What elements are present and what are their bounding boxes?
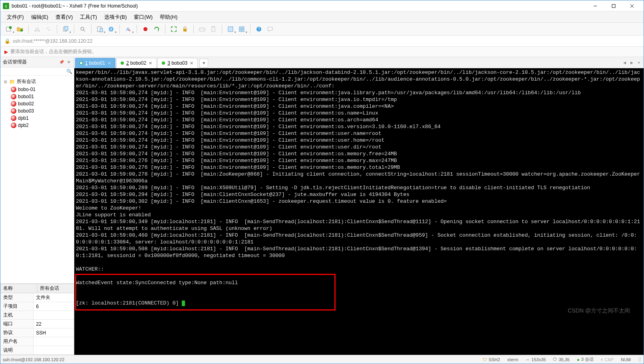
tile-button[interactable] (237, 25, 246, 34)
menu-帮助(H)[interactable]: 帮助(H) (157, 12, 181, 22)
cut-button[interactable] (33, 25, 42, 34)
hint-text: 要添加当前会话，点击左侧的箭头按钮。 (10, 48, 97, 55)
fullscreen-button[interactable] (169, 25, 178, 34)
maximize-button[interactable] (604, 0, 623, 12)
menu-窗口(W)[interactable]: 窗口(W) (131, 12, 156, 22)
tab-menu-button[interactable]: ▾ (636, 59, 642, 66)
prop-key: 子项目 (1, 302, 34, 311)
menu-编辑(E)[interactable]: 编辑(E) (28, 12, 52, 22)
keyboard-button[interactable] (198, 25, 207, 34)
status-sessions: ●3 会话 (577, 356, 594, 362)
svg-rect-3 (612, 4, 615, 8)
refresh-button[interactable] (152, 25, 161, 34)
clipboard-button[interactable] (209, 25, 218, 34)
menu-工具(T)[interactable]: 工具(T) (77, 12, 100, 22)
toolbar-separator (91, 25, 91, 34)
svg-rect-14 (65, 26, 68, 30)
titlebar: x bobo01 - root@bobo01:~ - Xshell 7 (Fre… (0, 0, 644, 12)
panel-title: 会话管理器 (3, 59, 27, 65)
window-layout-button[interactable] (226, 25, 235, 34)
tab-close-icon[interactable]: ✕ (149, 61, 152, 66)
resize-grip[interactable]: ⣿ (638, 357, 641, 362)
link-button[interactable] (44, 25, 53, 34)
status-ssh: 🛡SSH2 (483, 357, 500, 362)
menu-选项卡(B)[interactable]: 选项卡(B) (101, 12, 130, 22)
panel-close-button[interactable]: ✕ (66, 59, 72, 65)
toolbar-separator (165, 25, 165, 34)
svg-rect-7 (9, 26, 12, 29)
status-cursor: ⎔35,35 (553, 357, 570, 362)
tab-bobo03[interactable]: 3 bobo03✕ (157, 58, 198, 68)
app-icon: x (3, 3, 9, 9)
chat-button[interactable] (266, 25, 274, 34)
menu-查看(V)[interactable]: 查看(V) (52, 12, 76, 22)
svg-text:?: ? (258, 27, 260, 32)
tab-bobo02[interactable]: 2 bobo02✕ (116, 58, 157, 68)
globe-button[interactable] (107, 25, 115, 34)
pin-button[interactable]: 📌 (59, 59, 64, 65)
svg-rect-34 (242, 30, 244, 32)
menu-文件(F)[interactable]: 文件(F) (4, 12, 27, 22)
minimize-button[interactable] (586, 0, 604, 12)
session-icon (11, 108, 16, 114)
status-num: NUM (621, 357, 631, 362)
lock-button[interactable] (181, 25, 189, 34)
session-search-input[interactable] (2, 69, 66, 74)
tab-close-icon[interactable]: ✕ (190, 61, 193, 66)
tab-add-button[interactable]: + (199, 59, 208, 67)
props-header-value[interactable]: 所有会话 (37, 284, 74, 293)
svg-rect-31 (239, 27, 241, 29)
caps-icon: ↑ (601, 357, 603, 362)
session-icon (11, 123, 16, 128)
toolbar-separator (57, 25, 57, 34)
new-session-button[interactable] (4, 25, 13, 34)
statusbar: ssh://root@192.168.100.120:22 🛡SSH2 xter… (0, 355, 644, 364)
toolbar-separator (74, 25, 74, 34)
search-button[interactable] (78, 25, 87, 34)
tab-next-button[interactable]: ▶ (628, 59, 635, 66)
prop-key: 协议 (1, 328, 34, 337)
address-input[interactable] (13, 38, 640, 44)
position-icon: ⎔ (553, 357, 557, 362)
tree-root[interactable]: ⊟📁所有会话 (0, 77, 74, 86)
tree-session-bobo-01[interactable]: bobo-01 (0, 86, 74, 93)
session-tree[interactable]: ⊟📁所有会话bobo-01bobo01bobo02bobo03dpb1dpb2 (0, 76, 74, 283)
session-icon (11, 101, 16, 107)
session-manager-panel: 会话管理器 📌 ✕ 🔍 ⊟📁所有会话bobo-01bobo01bobo02bob… (0, 57, 74, 355)
record-button[interactable] (141, 25, 150, 34)
search-icon: 🔍 (66, 69, 72, 74)
session-icon (11, 87, 16, 92)
help-button[interactable]: ? (254, 25, 263, 34)
props-header-name[interactable]: 名称 (0, 284, 37, 293)
paste-button[interactable] (95, 25, 104, 34)
terminal[interactable]: keeper/bin/../lib/javax.servlet-api-3.1.… (74, 68, 644, 355)
svg-rect-23 (183, 29, 187, 32)
tree-session-bobo01[interactable]: bobo01 (0, 93, 74, 100)
svg-rect-32 (242, 27, 244, 29)
prop-value (34, 311, 74, 320)
tree-session-dpb2[interactable]: dpb2 (0, 122, 74, 129)
copy-button[interactable] (61, 25, 70, 34)
grid-icon: ↔ (525, 357, 530, 362)
close-button[interactable] (623, 0, 641, 12)
new-folder-button[interactable] (16, 25, 24, 34)
menubar: 文件(F)编辑(E)查看(V)工具(T)选项卡(B)窗口(W)帮助(H) (0, 12, 644, 23)
prop-key: 类型 (1, 293, 34, 302)
flag-icon: ▶ (4, 49, 8, 55)
prop-key: 主机 (1, 311, 34, 320)
tree-session-bobo02[interactable]: bobo02 (0, 100, 74, 107)
tab-close-icon[interactable]: ✕ (107, 61, 111, 66)
sessions-icon: ● (577, 357, 580, 362)
session-icon (11, 115, 16, 121)
tree-session-bobo03[interactable]: bobo03 (0, 107, 74, 115)
properties-panel: 名称 所有会话 类型文件夹子项目6主机端口22协议SSH用户名说明 (0, 283, 74, 355)
session-icon (11, 94, 16, 99)
font-button[interactable]: Aa (124, 25, 133, 34)
tab-bobo01[interactable]: 1 bobo01✕ (75, 58, 115, 68)
status-term: xterm (507, 357, 519, 362)
toolbar: Aa ? (0, 23, 644, 36)
tree-session-dpb1[interactable]: dpb1 (0, 115, 74, 122)
tab-prev-button[interactable]: ◀ (621, 59, 628, 66)
terminal-prompt: [zk: localhost:2181(CONNECTED) 0] (76, 300, 182, 306)
svg-text:a: a (129, 28, 131, 32)
